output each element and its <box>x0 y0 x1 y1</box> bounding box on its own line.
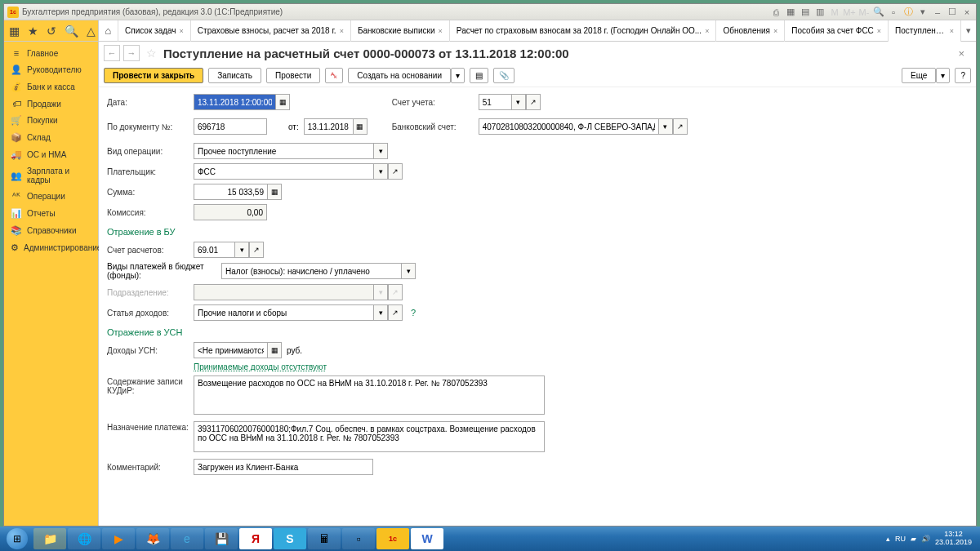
close-icon[interactable]: × <box>950 27 954 35</box>
tray-net-icon[interactable]: ▰ <box>911 535 916 543</box>
calendar-icon[interactable]: ▦ <box>275 94 290 110</box>
nav-admin[interactable]: ⚙Администрирование <box>4 239 98 256</box>
task-firefox[interactable]: 🦊 <box>136 528 169 549</box>
dropdown-icon[interactable]: ▾ <box>234 242 249 258</box>
purpose-input[interactable] <box>194 421 545 452</box>
usn-input[interactable] <box>194 342 267 358</box>
dropdown-icon[interactable]: ▾ <box>373 304 388 321</box>
calendar-icon[interactable]: ▦ <box>353 118 368 135</box>
tab-insurance[interactable]: Страховые взносы, расчет за 2018 г.× <box>191 20 351 42</box>
nav-assets[interactable]: 🚚ОС и НМА <box>4 146 98 163</box>
dropdown-icon[interactable]: ▾ <box>936 68 950 83</box>
nav-warehouse[interactable]: 📦Склад <box>4 129 98 146</box>
sum-input[interactable] <box>194 184 267 200</box>
close-icon[interactable]: × <box>961 7 973 18</box>
bank-input[interactable] <box>479 118 658 135</box>
star-icon[interactable]: ★ <box>28 24 38 38</box>
m-icon[interactable]: M <box>829 7 840 18</box>
dd-icon[interactable]: ▾ <box>917 7 929 18</box>
info-icon[interactable]: ⓘ <box>902 7 914 18</box>
help-button[interactable]: ? <box>955 68 971 83</box>
op-input[interactable] <box>194 143 373 159</box>
dropdown-icon[interactable]: ▾ <box>373 163 388 180</box>
more-button[interactable]: Еще <box>902 68 936 83</box>
task-ie[interactable]: e <box>171 528 203 549</box>
comment-input[interactable] <box>194 459 373 475</box>
dropdown-icon[interactable]: ▾ <box>658 118 673 135</box>
tab-receipt[interactable]: Поступление на расчетный счет 0000-00007… <box>889 20 961 42</box>
acc-calc-input[interactable] <box>194 242 234 258</box>
docno-input[interactable] <box>194 118 267 135</box>
task-1c[interactable]: 1c <box>376 528 409 549</box>
minimize-icon[interactable]: – <box>932 7 943 18</box>
task-skype[interactable]: S <box>274 528 306 549</box>
create-based-button[interactable]: Создать на основании <box>348 68 451 83</box>
dt-kt-button[interactable]: ᴬₖ <box>325 68 343 83</box>
close-icon[interactable]: × <box>180 27 184 35</box>
kudir-input[interactable] <box>194 375 545 415</box>
tabs-dropdown-icon[interactable]: ▾ <box>961 25 976 36</box>
m3-icon[interactable]: M- <box>858 7 870 18</box>
close-doc-icon[interactable]: × <box>951 47 971 60</box>
tab-bank[interactable]: Банковские выписки× <box>351 20 450 42</box>
task-yandex[interactable]: Я <box>239 528 272 549</box>
tab-fss[interactable]: Пособия за счет ФСС× <box>785 20 889 42</box>
home-tab[interactable]: ⌂ <box>99 20 118 42</box>
calc-icon[interactable]: ▦ <box>267 184 282 200</box>
calendar-icon[interactable]: ▥ <box>814 7 826 18</box>
link-icon[interactable]: ↗ <box>249 242 264 258</box>
print-icon[interactable]: ⎙ <box>770 7 782 18</box>
post-close-button[interactable]: Провести и закрыть <box>104 68 203 83</box>
start-button[interactable]: ⊞ <box>2 527 33 551</box>
income-input[interactable] <box>194 304 373 321</box>
back-button[interactable]: ← <box>104 45 120 61</box>
date-input[interactable] <box>194 94 275 110</box>
help-icon[interactable]: ? <box>411 308 416 318</box>
task-calc[interactable]: 🖩 <box>308 528 341 549</box>
nav-main[interactable]: ≡Главное <box>4 45 98 61</box>
nav-purchase[interactable]: 🛒Покупки <box>4 112 98 129</box>
report-button[interactable]: ▤ <box>470 68 488 83</box>
nav-reports[interactable]: 📊Отчеты <box>4 205 98 222</box>
maximize-icon[interactable]: ☐ <box>947 7 958 18</box>
apps-icon[interactable]: ▦ <box>9 24 20 38</box>
pay-type-input[interactable] <box>221 263 401 279</box>
payer-input[interactable] <box>194 163 373 180</box>
tab-calc[interactable]: Расчет по страховым взносам за 2018 г. (… <box>450 20 717 42</box>
doc-icon[interactable]: ▫ <box>888 7 899 18</box>
search-icon[interactable]: 🔍 <box>873 7 884 18</box>
link-icon[interactable]: ↗ <box>388 163 403 180</box>
task-chrome[interactable]: 🌐 <box>68 528 100 549</box>
nav-ops[interactable]: ᴬᴷОперации <box>4 188 98 205</box>
nav-sales[interactable]: 🏷Продажи <box>4 96 98 112</box>
calc-icon[interactable]: ▦ <box>267 342 282 358</box>
link-icon[interactable]: ↗ <box>673 118 688 135</box>
fwd-button[interactable]: → <box>123 45 140 61</box>
tray-clock[interactable]: 13:1223.01.2019 <box>935 531 972 547</box>
dropdown-icon[interactable]: ▾ <box>451 68 465 83</box>
book-icon[interactable]: ▦ <box>785 7 796 18</box>
dropdown-icon[interactable]: ▾ <box>401 263 416 279</box>
tab-tasks[interactable]: Список задач× <box>118 20 191 42</box>
search-icon[interactable]: 🔍 <box>65 24 78 38</box>
close-icon[interactable]: × <box>705 27 709 35</box>
task-word[interactable]: W <box>411 528 443 549</box>
task-explorer[interactable]: 📁 <box>33 528 66 549</box>
nav-bank[interactable]: 💰Банк и касса <box>4 78 98 96</box>
nav-refs[interactable]: 📚Справочники <box>4 222 98 239</box>
close-icon[interactable]: × <box>877 27 881 35</box>
tray-up-icon[interactable]: ▴ <box>886 535 890 543</box>
link-icon[interactable]: ↗ <box>526 94 541 110</box>
tray-vol-icon[interactable]: 🔊 <box>921 535 930 543</box>
close-icon[interactable]: × <box>340 27 344 35</box>
link-icon[interactable]: ↗ <box>388 304 403 321</box>
dropdown-icon[interactable]: ▾ <box>373 143 388 159</box>
close-icon[interactable]: × <box>773 27 777 35</box>
usn-link[interactable]: Принимаемые доходы отсутствуют <box>194 362 327 371</box>
save-button[interactable]: Записать <box>208 68 261 83</box>
post-button[interactable]: Провести <box>266 68 320 83</box>
acct-input[interactable] <box>479 94 511 110</box>
nav-manager[interactable]: 👤Руководителю <box>4 61 98 78</box>
m2-icon[interactable]: M+ <box>844 7 855 18</box>
docdate-input[interactable] <box>304 118 353 135</box>
